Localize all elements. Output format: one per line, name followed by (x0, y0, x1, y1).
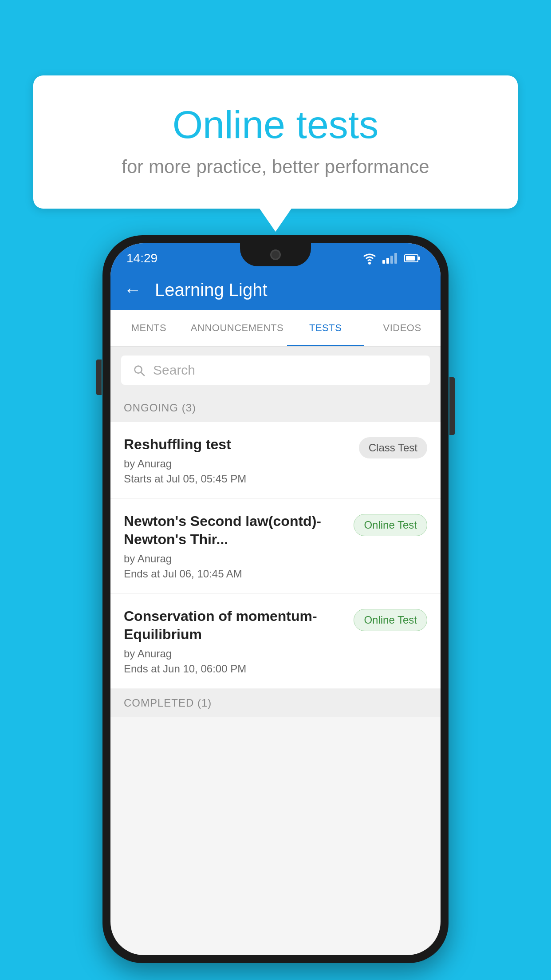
test-content-3: Conservation of momentum-Equilibrium by … (124, 607, 345, 675)
test-content-1: Reshuffling test by Anurag Starts at Jul… (124, 435, 350, 485)
test-content-2: Newton's Second law(contd)-Newton's Thir… (124, 512, 345, 580)
completed-header-text: COMPLETED (1) (124, 697, 212, 709)
test-title-2: Newton's Second law(contd)-Newton's Thir… (124, 512, 345, 549)
tab-ments[interactable]: MENTS (110, 310, 187, 346)
wifi-icon (362, 252, 377, 265)
status-icons (362, 252, 418, 265)
battery-icon (404, 254, 418, 262)
app-bar-title: Learning Light (155, 280, 268, 300)
speech-bubble-subtitle: for more practice, better performance (69, 156, 482, 178)
search-icon (132, 363, 146, 377)
ongoing-section-header: ONGOING (3) (110, 394, 441, 422)
search-input-wrapper[interactable]: Search (121, 356, 430, 385)
phone-screen: 14:29 (110, 243, 441, 955)
tabs-container: MENTS ANNOUNCEMENTS TESTS VIDEOS (110, 310, 441, 347)
test-title-3: Conservation of momentum-Equilibrium (124, 607, 345, 644)
test-author-1: by Anurag (124, 458, 350, 470)
test-badge-1: Class Test (359, 437, 427, 458)
camera (270, 249, 281, 260)
test-item[interactable]: Reshuffling test by Anurag Starts at Jul… (110, 422, 441, 499)
search-container: Search (110, 347, 441, 394)
test-time-1: Starts at Jul 05, 05:45 PM (124, 473, 350, 485)
test-time-3: Ends at Jun 10, 06:00 PM (124, 663, 345, 675)
svg-point-0 (368, 262, 371, 265)
app-bar: ← Learning Light (110, 270, 441, 310)
speech-bubble: Online tests for more practice, better p… (33, 75, 518, 209)
test-badge-2: Online Test (354, 514, 427, 536)
tab-announcements[interactable]: ANNOUNCEMENTS (187, 310, 287, 346)
phone-notch (240, 243, 311, 266)
phone-container: 14:29 (102, 235, 449, 963)
ongoing-header-text: ONGOING (3) (124, 402, 196, 414)
tab-tests[interactable]: TESTS (287, 310, 364, 346)
test-item-3[interactable]: Conservation of momentum-Equilibrium by … (110, 594, 441, 689)
test-author-3: by Anurag (124, 648, 345, 660)
phone-outer: 14:29 (102, 235, 449, 963)
tab-videos[interactable]: VIDEOS (364, 310, 441, 346)
signal-bars-icon (382, 253, 397, 264)
speech-bubble-container: Online tests for more practice, better p… (33, 75, 518, 209)
test-title-1: Reshuffling test (124, 435, 350, 454)
test-badge-3: Online Test (354, 609, 427, 631)
search-placeholder: Search (153, 363, 195, 378)
speech-bubble-title: Online tests (69, 102, 482, 147)
completed-section-header: COMPLETED (1) (110, 689, 441, 717)
test-item-2[interactable]: Newton's Second law(contd)-Newton's Thir… (110, 499, 441, 594)
test-author-2: by Anurag (124, 553, 345, 565)
test-time-2: Ends at Jul 06, 10:45 AM (124, 568, 345, 580)
tests-list: Reshuffling test by Anurag Starts at Jul… (110, 422, 441, 689)
back-button[interactable]: ← (124, 280, 142, 300)
status-time: 14:29 (126, 251, 157, 265)
